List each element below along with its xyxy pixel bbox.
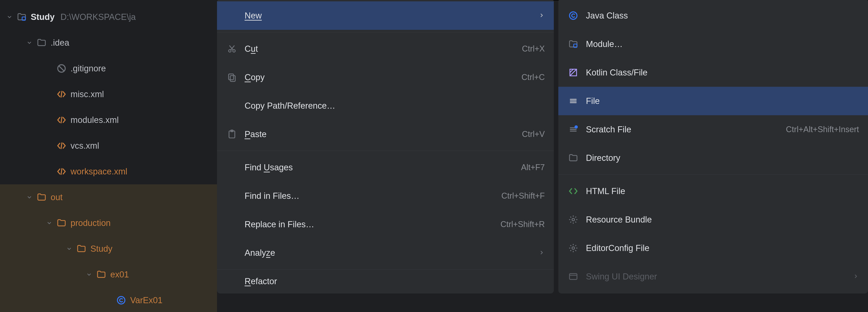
- cut-icon: [227, 44, 245, 54]
- menu-item-new[interactable]: New: [217, 1, 554, 30]
- menu-item-copy[interactable]: Copy Ctrl+C: [217, 63, 554, 92]
- menu-item-scratch[interactable]: Scratch File Ctrl+Alt+Shift+Insert: [558, 115, 868, 144]
- scratch-file-icon: [568, 124, 586, 134]
- menu-item-refactor[interactable]: Refactor: [217, 272, 554, 291]
- file-icon: [568, 96, 586, 106]
- menu-label: Paste: [245, 129, 522, 139]
- svg-point-12: [575, 125, 578, 129]
- menu-item-find-in-files[interactable]: Find in Files… Ctrl+Shift+F: [217, 182, 554, 210]
- tree-row-misc[interactable]: misc.xml: [0, 81, 217, 107]
- tree-row-production[interactable]: production: [0, 210, 217, 236]
- chevron-down-icon: [6, 14, 13, 20]
- html-icon: [568, 186, 586, 196]
- menu-item-cut[interactable]: Cut Ctrl+X: [217, 35, 554, 63]
- menu-label: Find in Files…: [245, 191, 501, 201]
- shortcut-label: Alt+F7: [521, 163, 545, 172]
- menu-label: HTML File: [586, 186, 859, 196]
- menu-label: Replace in Files…: [245, 220, 500, 229]
- shortcut-label: Ctrl+V: [522, 129, 545, 139]
- menu-label: Copy: [245, 72, 522, 82]
- tree-row-workspace[interactable]: workspace.xml: [0, 159, 217, 184]
- blank-icon: [227, 276, 245, 286]
- folder-module-icon: [17, 12, 27, 22]
- java-class-icon: [116, 295, 126, 305]
- gear-icon: [568, 243, 586, 253]
- xml-icon: [57, 89, 66, 99]
- menu-item-analyze[interactable]: Analyze: [217, 239, 554, 267]
- menu-label: New: [245, 11, 538, 21]
- menu-label: Resource Bundle: [586, 215, 859, 225]
- blank-icon: [227, 248, 245, 258]
- menu-item-replace-in-files[interactable]: Replace in Files… Ctrl+Shift+R: [217, 210, 554, 239]
- tree-row-vcs[interactable]: vcs.xml: [0, 133, 217, 159]
- shortcut-label: Ctrl+Alt+Shift+Insert: [786, 125, 859, 134]
- xml-icon: [57, 141, 66, 151]
- file-label: modules.xml: [70, 115, 119, 125]
- svg-point-2: [118, 297, 125, 304]
- svg-point-13: [572, 218, 575, 221]
- xml-icon: [57, 115, 66, 125]
- file-label: vcs.xml: [70, 141, 99, 151]
- tree-row-root[interactable]: Study D:\WORKSPACE\ja: [0, 4, 217, 30]
- shortcut-label: Ctrl+Shift+F: [501, 191, 545, 200]
- chevron-down-icon: [26, 194, 33, 200]
- svg-rect-6: [230, 76, 235, 82]
- tree-row-ex01[interactable]: ex01: [0, 261, 217, 287]
- tree-row-varex01[interactable]: VarEx01: [0, 287, 217, 312]
- tree-row-gitignore[interactable]: .gitignore: [0, 56, 217, 81]
- menu-item-kotlin[interactable]: Kotlin Class/File: [558, 58, 868, 87]
- project-root-label: Study: [31, 12, 55, 22]
- file-label: .gitignore: [70, 64, 106, 73]
- menu-item-paste[interactable]: Paste Ctrl+V: [217, 120, 554, 149]
- svg-point-9: [569, 12, 577, 20]
- menu-label: EditorConfig File: [586, 243, 859, 253]
- gitignore-icon: [57, 63, 66, 73]
- folder-icon: [76, 244, 86, 254]
- folder-icon: [57, 218, 66, 228]
- menu-item-copy-path[interactable]: Copy Path/Reference…: [217, 92, 554, 120]
- file-label: misc.xml: [70, 90, 104, 99]
- separator: [217, 32, 554, 32]
- tree-row-study[interactable]: Study: [0, 236, 217, 261]
- menu-item-html[interactable]: HTML File: [558, 177, 868, 206]
- tree-row-idea[interactable]: .idea: [0, 30, 217, 56]
- blank-icon: [227, 191, 245, 201]
- menu-item-module[interactable]: Module…: [558, 30, 868, 58]
- menu-item-find-usages[interactable]: Find Usages Alt+F7: [217, 153, 554, 182]
- chevron-right-icon: [538, 11, 545, 21]
- shortcut-label: Ctrl+X: [522, 44, 545, 54]
- window-icon: [568, 272, 586, 281]
- menu-item-resource-bundle[interactable]: Resource Bundle: [558, 206, 868, 234]
- paste-icon: [227, 129, 245, 139]
- menu-item-editorconfig[interactable]: EditorConfig File: [558, 234, 868, 262]
- menu-label: Swing UI Designer: [586, 272, 852, 281]
- menu-item-swing[interactable]: Swing UI Designer: [558, 262, 868, 291]
- tree-row-out[interactable]: out: [0, 184, 217, 210]
- svg-rect-15: [569, 274, 577, 279]
- folder-icon: [568, 153, 586, 163]
- menu-label: Analyze: [245, 248, 538, 258]
- svg-rect-5: [228, 74, 234, 80]
- menu-label: Java Class: [586, 11, 859, 21]
- chevron-down-icon: [46, 220, 53, 226]
- menu-item-java-class[interactable]: Java Class: [558, 1, 868, 30]
- xml-icon: [57, 166, 66, 177]
- folder-icon: [96, 270, 106, 279]
- project-tree: Study D:\WORKSPACE\ja .idea .gitignore m…: [0, 0, 217, 312]
- chevron-right-icon: [852, 272, 859, 281]
- menu-label: Copy Path/Reference…: [245, 101, 545, 111]
- menu-item-file[interactable]: File: [558, 87, 868, 115]
- shortcut-label: Ctrl+C: [522, 72, 545, 82]
- separator: [217, 269, 554, 270]
- chevron-down-icon: [86, 271, 92, 278]
- menu-label: Scratch File: [586, 125, 786, 134]
- menu-label: Find Usages: [245, 163, 521, 173]
- folder-label: production: [70, 218, 111, 228]
- gear-icon: [568, 215, 586, 225]
- blank-icon: [227, 101, 245, 111]
- menu-label: Cut: [245, 44, 522, 54]
- menu-item-directory[interactable]: Directory: [558, 144, 868, 172]
- tree-row-modules[interactable]: modules.xml: [0, 107, 217, 133]
- menu-label: File: [586, 96, 859, 106]
- project-root-path: D:\WORKSPACE\ja: [61, 12, 136, 22]
